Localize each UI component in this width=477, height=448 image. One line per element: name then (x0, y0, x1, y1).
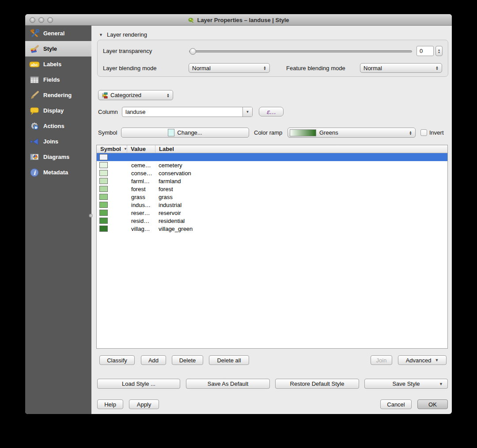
feature-blending-dropdown[interactable]: Normal ▲▼ (360, 63, 442, 73)
disclosure-triangle-icon: ▼ (99, 33, 103, 37)
table-row[interactable]: ceme…cemetery (97, 161, 447, 169)
sidebar-item-joins[interactable]: Joins (25, 134, 91, 149)
category-symbol-cell (97, 154, 127, 160)
table-row[interactable]: forestforest (97, 185, 447, 193)
restore-default-label: Restore Default Style (290, 380, 344, 387)
cancel-button[interactable]: Cancel (380, 399, 412, 409)
symbol-column-header[interactable]: Symbol ▼ (97, 145, 127, 153)
minimize-button[interactable] (38, 17, 44, 23)
sidebar-item-fields[interactable]: Fields (25, 72, 91, 87)
category-label: conservation (155, 170, 447, 177)
dropdown-arrow-icon: ▼ (435, 358, 439, 362)
symbol-change-button[interactable]: Change... (121, 128, 249, 138)
delete-button[interactable]: Delete (172, 355, 203, 365)
join-button[interactable]: Join (371, 355, 392, 365)
category-value: forest (127, 186, 155, 192)
classify-label: Classify (107, 357, 127, 364)
chevron-down-icon[interactable]: ▼ (242, 107, 252, 117)
save-as-default-label: Save As Default (208, 380, 249, 387)
column-label: Column (98, 109, 118, 116)
label-column-header[interactable]: Label (155, 145, 447, 153)
dropdown-arrows-icon: ▲▼ (164, 93, 170, 98)
ok-button[interactable]: OK (417, 399, 448, 409)
gear-play-icon: ⚙▶ (29, 121, 40, 132)
add-button[interactable]: Add (141, 355, 166, 365)
sidebar-item-label: Actions (43, 123, 64, 129)
category-symbol-swatch[interactable] (99, 170, 108, 176)
layer-blending-dropdown[interactable]: Normal ▲▼ (189, 63, 270, 73)
transparency-stepper[interactable]: ▲ ▼ (435, 46, 443, 56)
renderer-type-dropdown[interactable]: Categorized ▲▼ (98, 90, 173, 100)
table-row[interactable] (97, 153, 447, 161)
category-value: grass (127, 194, 155, 200)
dropdown-arrow-icon: ▼ (439, 382, 443, 386)
category-symbol-swatch[interactable] (99, 210, 108, 216)
expression-builder-button[interactable]: ε… (259, 107, 284, 117)
invert-checkbox[interactable] (420, 129, 427, 136)
sidebar-item-diagrams[interactable]: Diagrams (25, 149, 91, 165)
value-header-label: Value (131, 146, 146, 152)
save-style-button[interactable]: Save Style ▼ (364, 379, 448, 389)
zoom-button[interactable] (47, 17, 53, 23)
sidebar-item-label: Labels (43, 61, 61, 68)
slider-thumb[interactable] (189, 48, 196, 55)
paint-layers-icon (29, 44, 40, 54)
column-dropdown[interactable]: landuse ▼ (122, 107, 253, 117)
layer-rendering-disclosure[interactable]: ▼ Layer rendering (99, 31, 147, 38)
join-arrow-icon (29, 136, 40, 147)
help-button[interactable]: Help (97, 399, 123, 409)
category-symbol-swatch[interactable] (99, 154, 108, 160)
category-symbol-swatch[interactable] (99, 226, 108, 232)
category-symbol-swatch[interactable] (99, 162, 108, 168)
layer-properties-dialog: Layer Properties – landuse | Style Gener… (25, 14, 452, 414)
sidebar-item-label: Style (43, 45, 57, 52)
apply-button[interactable]: Apply (129, 399, 159, 409)
delete-label: Delete (179, 357, 196, 364)
desktop-background: { "window": { "title": "Layer Properties… (0, 0, 477, 448)
advanced-button[interactable]: Advanced ▼ (398, 355, 447, 365)
table-row[interactable]: reser…reservoir (97, 209, 447, 217)
restore-default-style-button[interactable]: Restore Default Style (275, 379, 359, 389)
category-value: conse… (127, 170, 155, 177)
sidebar-item-display[interactable]: Display (25, 103, 91, 118)
value-column-header[interactable]: Value (127, 145, 155, 153)
window-title: Layer Properties – landuse | Style (197, 17, 289, 23)
transparency-value-field[interactable]: 0 (416, 46, 434, 56)
load-style-button[interactable]: Load Style ... (97, 379, 180, 389)
classify-button[interactable]: Classify (99, 355, 135, 365)
dropdown-arrows-icon: ▲▼ (406, 131, 412, 135)
sidebar-item-rendering[interactable]: Rendering (25, 87, 91, 103)
feature-blending-label: Feature blending mode (286, 65, 345, 72)
category-symbol-swatch[interactable] (99, 186, 108, 192)
panel-resize-handle[interactable] (89, 214, 93, 218)
close-button[interactable] (30, 17, 35, 23)
table-header: Symbol ▼ Value Label (97, 145, 447, 153)
save-as-default-button[interactable]: Save As Default (186, 379, 270, 389)
join-label: Join (376, 357, 387, 364)
sidebar-item-actions[interactable]: ⚙▶ Actions (25, 118, 91, 134)
sidebar-item-style[interactable]: Style (25, 41, 91, 56)
attribute-table-icon (29, 75, 40, 85)
step-down-icon[interactable]: ▼ (438, 51, 440, 54)
sidebar-item-general[interactable]: General (25, 26, 91, 41)
table-row[interactable]: farml…farmland (97, 177, 447, 185)
category-symbol-swatch[interactable] (99, 178, 108, 184)
table-row[interactable]: indus…industrial (97, 201, 447, 209)
table-row[interactable]: grassgrass (97, 193, 447, 201)
sidebar-item-label: Metadata (43, 169, 68, 176)
category-symbol-swatch[interactable] (99, 194, 108, 200)
categories-table[interactable]: Symbol ▼ Value Label ceme…cemeteryconse…… (96, 145, 448, 349)
category-symbol-swatch[interactable] (99, 218, 108, 224)
table-row[interactable]: villag…village_green (97, 225, 447, 233)
sidebar-item-metadata[interactable]: i Metadata (25, 165, 91, 180)
delete-all-button[interactable]: Delete all (209, 355, 249, 365)
table-row[interactable]: resid…residential (97, 217, 447, 225)
sidebar-item-labels[interactable]: abc Labels (25, 56, 91, 72)
category-value: ceme… (127, 162, 155, 169)
color-ramp-dropdown[interactable]: Greens ▲▼ (288, 128, 416, 138)
title-bar[interactable]: Layer Properties – landuse | Style (25, 14, 452, 26)
category-symbol-swatch[interactable] (99, 202, 108, 208)
table-row[interactable]: conse…conservation (97, 169, 447, 177)
layer-transparency-slider[interactable] (189, 50, 412, 53)
category-label: grass (155, 194, 447, 200)
